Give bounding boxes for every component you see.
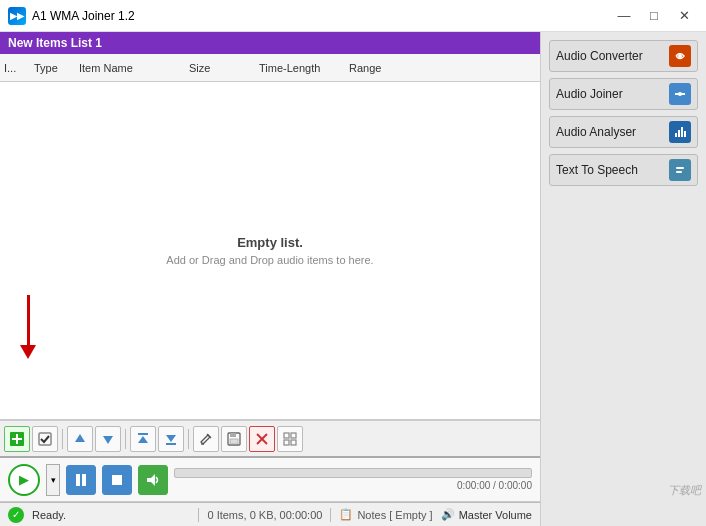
audio-joiner-label: Audio Joiner: [556, 87, 623, 101]
remove-button[interactable]: [249, 426, 275, 452]
notes-icon: 📋: [339, 508, 353, 521]
svg-rect-35: [676, 167, 684, 169]
svg-rect-19: [284, 440, 289, 445]
text-to-speech-label: Text To Speech: [556, 163, 638, 177]
audio-analyser-icon: [669, 121, 691, 143]
svg-point-28: [678, 92, 682, 96]
toolbar: [0, 420, 540, 458]
audio-converter-button[interactable]: Audio Converter: [549, 40, 698, 72]
volume-button[interactable]: [138, 465, 168, 495]
check-button[interactable]: [32, 426, 58, 452]
minimize-button[interactable]: —: [610, 5, 638, 27]
title-bar: ▶▶ A1 WMA Joiner 1.2 — □ ✕: [0, 0, 706, 32]
play-dropdown[interactable]: ▾: [46, 464, 60, 496]
close-button[interactable]: ✕: [670, 5, 698, 27]
svg-rect-23: [112, 475, 122, 485]
audio-analyser-button[interactable]: Audio Analyser: [549, 116, 698, 148]
audio-converter-icon: [669, 45, 691, 67]
svg-marker-24: [147, 474, 155, 486]
svg-rect-30: [675, 133, 677, 137]
audio-joiner-icon: [669, 83, 691, 105]
svg-rect-18: [291, 433, 296, 438]
column-headers: I... Type Item Name Size Time-Length Ran…: [0, 54, 540, 82]
svg-rect-21: [76, 474, 80, 486]
text-to-speech-icon: [669, 159, 691, 181]
playback-bar: ▶ ▾: [0, 458, 540, 502]
left-panel: New Items List 1 I... Type Item Name Siz…: [0, 32, 541, 526]
move-up-button[interactable]: [67, 426, 93, 452]
status-volume: 🔊 Master Volume: [441, 508, 532, 521]
svg-marker-5: [103, 436, 113, 444]
arrow-annotation: [20, 295, 36, 359]
move-bottom-button[interactable]: [158, 426, 184, 452]
col-id: I...: [4, 62, 34, 74]
edit-button[interactable]: [193, 426, 219, 452]
status-icon: ✓: [8, 507, 24, 523]
audio-joiner-button[interactable]: Audio Joiner: [549, 78, 698, 110]
list-area: Empty list. Add or Drag and Drop audio i…: [0, 82, 540, 420]
grid-button[interactable]: [277, 426, 303, 452]
app-title: A1 WMA Joiner 1.2: [32, 9, 135, 23]
col-size: Size: [189, 62, 259, 74]
col-range: Range: [349, 62, 419, 74]
audio-converter-label: Audio Converter: [556, 49, 643, 63]
notes-text: Notes [ Empty ]: [357, 509, 432, 521]
svg-marker-9: [166, 435, 176, 442]
app-icon: ▶▶: [8, 7, 26, 25]
maximize-button[interactable]: □: [640, 5, 668, 27]
empty-sub-text: Add or Drag and Drop audio items to here…: [166, 254, 373, 266]
col-name: Item Name: [79, 62, 189, 74]
toolbar-sep-3: [188, 429, 189, 449]
svg-rect-17: [284, 433, 289, 438]
text-to-speech-button[interactable]: Text To Speech: [549, 154, 698, 186]
audio-analyser-label: Audio Analyser: [556, 125, 636, 139]
volume-label: Master Volume: [459, 509, 532, 521]
arrow-head: [20, 345, 36, 359]
svg-rect-36: [676, 171, 682, 173]
watermark: 下载吧: [668, 483, 701, 498]
svg-point-26: [678, 54, 682, 58]
status-divider-1: [198, 508, 199, 522]
play-button[interactable]: ▶: [8, 464, 40, 496]
svg-rect-32: [681, 127, 683, 137]
add-button[interactable]: [4, 426, 30, 452]
list-header: New Items List 1: [0, 32, 540, 54]
toolbar-sep-2: [125, 429, 126, 449]
svg-marker-4: [75, 434, 85, 442]
svg-point-34: [673, 163, 687, 177]
svg-rect-20: [291, 440, 296, 445]
status-bar: ✓ Ready. 0 Items, 0 KB, 00:00:00 📋 Notes…: [0, 502, 540, 526]
main-content: New Items List 1 I... Type Item Name Siz…: [0, 32, 706, 526]
stop-button[interactable]: [102, 465, 132, 495]
col-type: Type: [34, 62, 79, 74]
status-divider-2: [330, 508, 331, 522]
empty-main-text: Empty list.: [166, 235, 373, 250]
move-down-button[interactable]: [95, 426, 121, 452]
svg-rect-14: [230, 439, 238, 444]
save-button[interactable]: [221, 426, 247, 452]
svg-rect-31: [678, 130, 680, 137]
svg-rect-3: [39, 433, 51, 445]
time-display: 0:00:00 / 0:00:00: [174, 480, 532, 491]
arrow-line: [27, 295, 30, 345]
svg-rect-13: [230, 433, 236, 437]
progress-bar[interactable]: [174, 468, 532, 478]
toolbar-sep-1: [62, 429, 63, 449]
col-time: Time-Length: [259, 62, 349, 74]
svg-marker-7: [138, 436, 148, 443]
pause-button[interactable]: [66, 465, 96, 495]
title-bar-left: ▶▶ A1 WMA Joiner 1.2: [8, 7, 135, 25]
status-text: Ready.: [32, 509, 190, 521]
progress-container: 0:00:00 / 0:00:00: [174, 468, 532, 491]
svg-rect-22: [82, 474, 86, 486]
empty-list-text: Empty list. Add or Drag and Drop audio i…: [166, 235, 373, 266]
status-notes: 📋 Notes [ Empty ]: [339, 508, 432, 521]
move-top-button[interactable]: [130, 426, 156, 452]
volume-icon: 🔊: [441, 508, 455, 521]
right-panel: Audio Converter Audio Joiner Audio Ana: [541, 32, 706, 526]
svg-rect-33: [684, 131, 686, 137]
title-bar-controls: — □ ✕: [610, 5, 698, 27]
status-items: 0 Items, 0 KB, 00:00:00: [207, 509, 322, 521]
